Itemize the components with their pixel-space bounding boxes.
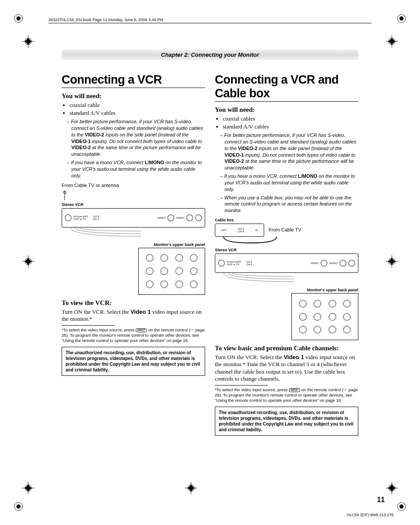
section-title-vcr-cable: Connecting a VCR and Cable box <box>215 73 358 102</box>
rca-port-icon <box>195 214 202 221</box>
copyright-warning: The unauthorized recording, use, distrib… <box>215 407 358 436</box>
crosshair-icon <box>22 255 34 268</box>
svg-point-1 <box>16 16 20 20</box>
need-item: coaxial cable <box>70 102 205 109</box>
need-list: coaxial cables standard A/V cables <box>215 115 358 130</box>
cable-lines-icon <box>62 228 205 240</box>
monitor-panel-label: Monitor's upper back panel <box>215 288 358 292</box>
crosshair-icon <box>386 255 398 268</box>
channel-labels: CH 3CH 4 <box>246 261 252 266</box>
rca-port-icon <box>167 214 174 221</box>
monitor-back-panel <box>138 248 205 295</box>
from-cable-label: From Cable TV <box>269 227 301 232</box>
note-mono: If you have a mono VCR, connect L/MONO o… <box>215 173 358 193</box>
document-code: HLC56 (E/F) Web 213:276 <box>347 513 394 517</box>
need-item: standard A/V cables <box>70 110 205 117</box>
port-labels: IN from ANT.OUT to TV <box>227 261 244 266</box>
audio-label: AUDIO <box>329 262 338 264</box>
cablebox-label: Cable box <box>215 218 264 222</box>
coax-port-icon <box>65 214 72 221</box>
you-will-need-heading: You will need: <box>62 92 205 100</box>
rca-port-icon <box>348 260 355 267</box>
port-labels: IN from ANT.OUT to TV <box>74 215 91 220</box>
note-svideo: For better picture performance, if your … <box>215 132 358 171</box>
section-title-vcr: Connecting a VCR <box>62 73 205 88</box>
you-will-need-heading: You will need: <box>215 106 358 114</box>
channel-labels: CH 3CH 4 <box>93 215 99 220</box>
input-button-icon: INPUT <box>136 328 147 333</box>
crosshair-icon <box>185 482 197 494</box>
coax-port-icon <box>218 260 225 267</box>
rca-port-icon <box>321 260 328 267</box>
antenna-icon <box>62 191 68 200</box>
copyright-warning: The unauthorized recording, use, distrib… <box>62 347 205 376</box>
svg-point-5 <box>16 504 20 508</box>
registration-mark-icon <box>12 500 25 513</box>
svg-point-3 <box>399 16 403 20</box>
vcr-box: IN from ANT.OUT to TV CH 3CH 4 VIDEO AUD… <box>62 208 205 228</box>
note-cablebox: When you use a Cable box, you may not be… <box>215 195 358 214</box>
crosshair-icon <box>386 35 398 48</box>
header-rule <box>48 23 372 23</box>
cable-box: OUT CH 3CH 4 IN <box>215 224 264 237</box>
cable-lines-icon <box>215 237 358 246</box>
input-button-icon: INPUT <box>289 388 300 393</box>
footnote-separator <box>62 325 114 326</box>
vcr-label: Stereo VCR <box>62 202 205 207</box>
diagram-source-label: From Cable TV or antenna <box>62 183 205 188</box>
crosshair-icon <box>22 35 34 48</box>
vcr-label: Stereo VCR <box>215 248 358 252</box>
cable-lines-icon <box>215 273 358 285</box>
monitor-panel-label: Monitor's upper back panel <box>62 242 205 247</box>
connection-diagram-vcr-cable: Cable box OUT CH 3CH 4 IN From Cable TV … <box>215 217 358 340</box>
need-item: standard A/V cables <box>223 123 358 130</box>
crosshair-icon <box>22 482 34 494</box>
to-view-heading: To view basic and premium Cable channels… <box>215 345 358 352</box>
left-column: Connecting a VCR You will need: coaxial … <box>62 69 205 436</box>
rca-port-icon <box>339 260 346 267</box>
footnote-input: *To select the video input source, press… <box>215 387 358 403</box>
need-item: coaxial cables <box>223 115 358 122</box>
right-column: Connecting a VCR and Cable box You will … <box>215 69 358 436</box>
crosshair-icon <box>386 482 398 494</box>
connection-diagram-vcr: Stereo VCR IN from ANT.OUT to TV CH 3CH … <box>62 191 205 295</box>
footnote-input: *To select the video input source, press… <box>62 327 205 343</box>
registration-mark-icon <box>395 500 408 513</box>
video-label: VIDEO <box>310 262 319 264</box>
registration-mark-icon <box>12 12 25 25</box>
page: 263237HLC56_EN.book Page 11 Monday, June… <box>0 0 420 525</box>
note-mono: If you have a mono VCR, connect L/MONO o… <box>62 159 205 179</box>
audio-label: AUDIO <box>176 217 184 219</box>
registration-mark-icon <box>395 12 408 25</box>
chapter-title-bar: Chapter 2: Connecting your Monitor <box>62 50 358 60</box>
to-view-text: Turn ON the VCR. Select the Video 1 vide… <box>62 308 205 323</box>
svg-point-7 <box>399 504 403 508</box>
page-number: 11 <box>377 496 385 504</box>
note-svideo: For better picture performance, if your … <box>62 118 205 158</box>
rca-port-icon <box>186 214 193 221</box>
to-view-text: Turn ON the VCR. Select the Video 1 vide… <box>215 354 358 382</box>
two-column-layout: Connecting a VCR You will need: coaxial … <box>62 69 358 436</box>
page-source-header: 263237HLC56_EN.book Page 11 Monday, June… <box>48 18 394 22</box>
footnote-separator <box>215 385 268 385</box>
need-list: coaxial cable standard A/V cables <box>62 102 205 117</box>
monitor-back-panel <box>291 293 358 340</box>
video-label: VIDEO <box>157 217 166 219</box>
to-view-heading: To view the VCR: <box>62 299 205 307</box>
vcr-box: IN from ANT.OUT to TV CH 3CH 4 VIDEO AUD… <box>215 253 358 273</box>
